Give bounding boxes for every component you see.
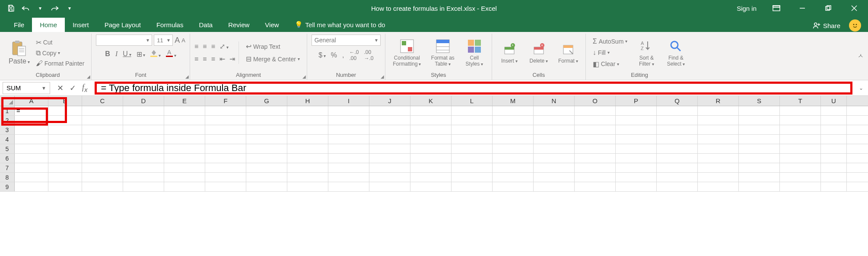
cell[interactable] (246, 125, 287, 134)
tell-me-search[interactable]: 💡 Tell me what you want to do (287, 17, 393, 32)
cell[interactable] (82, 173, 123, 182)
row-header[interactable]: 9 (0, 182, 15, 191)
number-dialog-launcher-icon[interactable]: ◢ (381, 74, 384, 79)
insert-function-icon[interactable]: fx (82, 83, 88, 93)
col-header-J[interactable]: J (369, 96, 410, 106)
align-left-icon[interactable]: ≡ (194, 55, 198, 63)
cell[interactable] (82, 135, 123, 144)
cell[interactable] (328, 135, 369, 144)
cell[interactable] (739, 135, 780, 144)
cell[interactable] (48, 173, 82, 182)
cell[interactable] (287, 173, 328, 182)
fill-button[interactable]: ↓Fill (590, 48, 630, 57)
cell[interactable] (451, 144, 493, 153)
col-header-S[interactable]: S (739, 96, 780, 106)
col-header-P[interactable]: P (616, 96, 657, 106)
col-header-C[interactable]: C (82, 96, 123, 106)
cell[interactable] (82, 144, 123, 153)
cell[interactable] (698, 125, 739, 134)
cell[interactable] (657, 182, 698, 191)
cell[interactable] (780, 182, 821, 191)
sort-filter-button[interactable]: AZSort & Filter (633, 38, 659, 67)
cell[interactable] (821, 144, 847, 153)
font-size-combobox[interactable]: 11▾ (154, 35, 173, 46)
cell[interactable] (821, 135, 847, 144)
cell[interactable] (48, 135, 82, 144)
cell[interactable] (451, 125, 493, 134)
cell[interactable] (123, 182, 164, 191)
cell[interactable] (451, 163, 493, 172)
row-header[interactable]: 4 (0, 135, 15, 144)
cell[interactable] (287, 125, 328, 134)
cell[interactable] (616, 173, 657, 182)
cell[interactable] (410, 144, 451, 153)
cell[interactable] (739, 125, 780, 134)
cell[interactable] (164, 154, 205, 163)
cell[interactable] (287, 106, 328, 115)
cell[interactable] (123, 116, 164, 125)
cell[interactable] (739, 106, 780, 115)
row-header[interactable]: 6 (0, 154, 15, 163)
cell[interactable] (410, 116, 451, 125)
cell[interactable] (657, 154, 698, 163)
cell[interactable] (123, 154, 164, 163)
cell-styles-button[interactable]: Cell Styles (461, 38, 487, 67)
cell[interactable] (15, 116, 48, 125)
increase-font-icon[interactable]: A (175, 36, 180, 45)
cell[interactable] (287, 154, 328, 163)
format-painter-button[interactable]: 🖌Format Painter (33, 59, 87, 68)
cell[interactable] (205, 144, 246, 153)
collapse-ribbon-icon[interactable]: ㅅ (858, 52, 864, 60)
cell[interactable] (15, 135, 48, 144)
cell[interactable] (780, 163, 821, 172)
close-icon[interactable] (842, 0, 866, 16)
cell[interactable] (48, 182, 82, 191)
italic-button[interactable]: I (115, 50, 118, 58)
cell[interactable] (48, 154, 82, 163)
cell[interactable] (205, 163, 246, 172)
cell[interactable] (123, 163, 164, 172)
cell[interactable] (821, 182, 847, 191)
cell[interactable] (82, 163, 123, 172)
cell[interactable] (369, 125, 410, 134)
row-header[interactable]: 3 (0, 125, 15, 134)
cancel-formula-icon[interactable]: ✕ (57, 83, 64, 93)
row-header[interactable]: 5 (0, 144, 15, 153)
cell[interactable] (534, 144, 575, 153)
cell[interactable] (15, 125, 48, 134)
enter-formula-icon[interactable]: ✓ (70, 83, 76, 93)
cell[interactable] (246, 135, 287, 144)
cell[interactable] (698, 144, 739, 153)
cell[interactable] (780, 106, 821, 115)
col-header-G[interactable]: G (246, 96, 287, 106)
cell[interactable] (534, 173, 575, 182)
redo-icon[interactable] (48, 2, 61, 15)
cell[interactable] (780, 125, 821, 134)
cell[interactable] (493, 144, 534, 153)
insert-cells-button[interactable]: +Insert (496, 41, 522, 64)
cell[interactable] (698, 163, 739, 172)
cell[interactable] (246, 154, 287, 163)
col-header-B[interactable]: B (48, 96, 82, 106)
cell[interactable] (164, 135, 205, 144)
decrease-indent-icon[interactable]: ⇤ (219, 55, 225, 63)
cell[interactable] (493, 154, 534, 163)
cell[interactable] (164, 173, 205, 182)
cell[interactable] (369, 182, 410, 191)
cell[interactable] (657, 144, 698, 153)
cell[interactable] (451, 173, 493, 182)
col-header-F[interactable]: F (205, 96, 246, 106)
cell[interactable] (821, 154, 847, 163)
col-header-O[interactable]: O (575, 96, 616, 106)
cell[interactable] (575, 182, 616, 191)
tab-review[interactable]: Review (220, 18, 257, 32)
cell[interactable] (123, 144, 164, 153)
cell[interactable] (287, 163, 328, 172)
cell[interactable] (369, 116, 410, 125)
cell[interactable] (48, 106, 82, 115)
tab-view[interactable]: View (257, 18, 286, 32)
cell[interactable] (616, 125, 657, 134)
tab-insert[interactable]: Insert (65, 18, 97, 32)
cell[interactable] (698, 106, 739, 115)
cell[interactable] (534, 154, 575, 163)
